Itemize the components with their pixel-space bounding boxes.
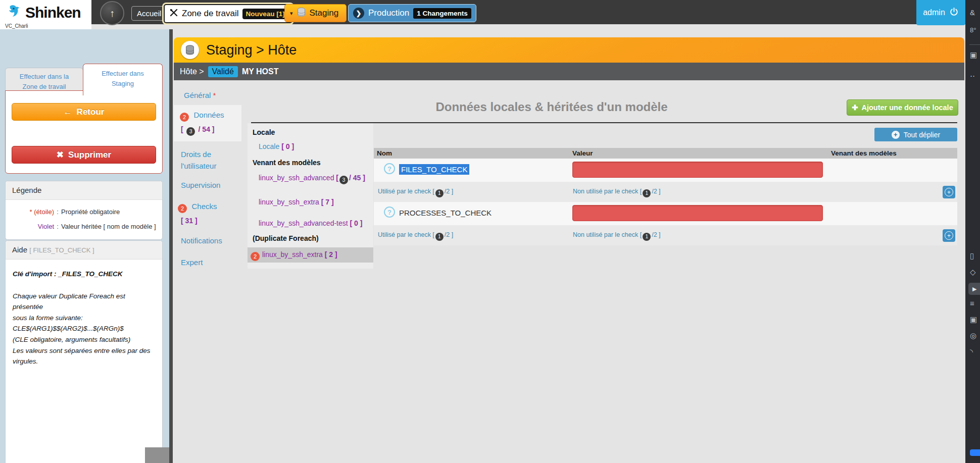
nav-checks-label: Checks <box>191 202 217 211</box>
count-bracket: [ <box>181 125 183 133</box>
more-icon[interactable]: ‥ <box>970 70 975 79</box>
up-arrow-icon: ↑ <box>110 8 115 19</box>
subnav-item-linux-by-ssh-advanced[interactable]: linux_by_ssh_advanced [3/ 45 ] <box>259 174 365 184</box>
subnav-header-locale: Locale <box>253 128 275 136</box>
tab-effectuer-staging[interactable]: Effectuer dans Staging <box>83 64 163 95</box>
model-label: linux_by_ssh_advanced-test <box>259 219 348 227</box>
nav-general-label: Général <box>184 91 211 99</box>
topbar: ↑ Accueil Zone de travail Nouveau [1] ▾ … <box>0 0 980 24</box>
staging-button[interactable]: ▾ Staging <box>284 4 347 22</box>
value-input[interactable] <box>572 205 823 221</box>
checks-count: [ 31 ] <box>181 217 217 225</box>
subnav-header-duplicate-foreach: (Duplicate Foreach) <box>253 234 319 242</box>
nav-item-supervision[interactable]: Supervision <box>181 181 220 189</box>
subnav-item-locale[interactable]: Locale [ 0 ] <box>259 142 294 150</box>
graph-icon[interactable]: 8° <box>970 26 976 34</box>
page-title: Staging > Hôte <box>206 42 297 58</box>
expand-all-button[interactable]: + Tout déplier <box>874 128 957 141</box>
legend-separator: : <box>54 223 61 230</box>
production-button[interactable]: ❯ Production 1 Changements <box>348 4 476 22</box>
hexagon-icon[interactable]: ◇ <box>970 268 976 277</box>
help-line: Les valeurs sont séparées entre elles pa… <box>13 345 155 356</box>
data-key-name[interactable]: PROCESSES_TO_CHECK <box>399 209 492 217</box>
add-model-value-button[interactable]: + <box>943 229 955 242</box>
help-question-icon[interactable]: ? <box>384 207 395 218</box>
data-source-subnav: Locale Locale [ 0 ] Venant des modèles l… <box>248 123 373 269</box>
help-panel: Aide [ FILES_TO_CHECK ] Clé d'import : _… <box>5 240 163 463</box>
legend-item-inherited: Violet : Valeur héritée [ nom de modèle … <box>6 223 158 230</box>
required-star: * <box>213 91 216 99</box>
error-count-badge: 2 <box>251 252 260 261</box>
add-local-data-button[interactable]: ✚ Ajouter une donnée locale <box>847 99 958 116</box>
grid-icon[interactable]: ▣ <box>970 50 977 60</box>
not-used-by-check-link[interactable]: Non utilisé par le check [1/2 ] <box>573 188 661 197</box>
legend-star-desc: Propriété obligatoire <box>61 208 158 216</box>
nav-donnees-label: Données <box>193 111 224 119</box>
help-text: Clé d'import : _FILES_TO_CHECK Chaque va… <box>6 260 162 376</box>
subnav-item-linux-by-ssh-extra[interactable]: linux_by_ssh_extra [ 7 ] <box>259 198 334 206</box>
breadcrumb-host-name: MY HOST <box>242 67 279 76</box>
home-button-label: Accueil <box>137 9 161 18</box>
data-key-name[interactable]: FILES_TO_CHECK <box>399 164 469 175</box>
expand-button-label: Tout déplier <box>904 131 940 139</box>
left-arrow-icon: ← <box>64 107 72 117</box>
value-input[interactable] <box>572 162 823 178</box>
workzone-button[interactable]: Zone de travail Nouveau [1] <box>164 4 292 23</box>
breadcrumb: Hôte > Validé MY HOST <box>174 63 964 80</box>
admin-user-button[interactable]: admin <box>916 0 965 25</box>
scrollbar-corner <box>145 447 169 463</box>
subnav-item-linux-by-ssh-advanced-test[interactable]: linux_by_ssh_advanced-test [ 0 ] <box>259 219 362 227</box>
menu-icon[interactable]: ≡ <box>970 299 974 307</box>
error-count-badge: 2 <box>180 113 189 122</box>
home-button[interactable]: Accueil <box>131 6 167 21</box>
staging-button-label: Staging <box>310 8 339 18</box>
back-button[interactable]: ← Retour <box>12 103 156 121</box>
used-by-check-link[interactable]: Utilisé par le check [1/2 ] <box>378 231 453 241</box>
alert-icon[interactable]: ◎ <box>970 331 976 340</box>
help-line: CLE$(ARG1)$$(ARG2)$...$(ARGn)$ <box>13 323 155 334</box>
play-icon[interactable]: ▶ <box>968 283 980 295</box>
admin-label: admin <box>923 8 945 17</box>
model-label: linux_by_ssh_extra <box>259 198 319 206</box>
scroll-top-button[interactable]: ↑ <box>100 1 124 25</box>
add-model-value-button[interactable]: + <box>943 186 955 198</box>
table-row-details: Utilisé par le check [1/2 ] Non utilisé … <box>374 225 957 245</box>
nav-item-general[interactable]: Général * <box>184 91 216 100</box>
help-line: virgules. <box>13 356 155 367</box>
page-header: Staging > Hôte <box>174 37 964 63</box>
column-header-modeles: Venant des modèles <box>831 149 897 157</box>
right-tool-strip: & 8° ▣ ‥ ▯ ◇ ▶ ≡ ▣ ◎ ◝ <box>965 0 980 463</box>
nav-item-donnees[interactable]: 2 Données [ 3 / 54 ] <box>174 105 241 141</box>
key-icon[interactable]: ◝ <box>970 347 973 356</box>
subnav-item-duplicate-linux-by-ssh-extra[interactable]: 2linux_by_ssh_extra [ 2 ] <box>248 247 373 263</box>
model-label: linux_by_ssh_advanced <box>259 174 334 182</box>
table-row-details: Utilisé par le check [1/2 ] Non utilisé … <box>374 182 957 202</box>
help-title: Aide <box>12 245 27 254</box>
model-count: [ 0 ] <box>350 219 363 227</box>
nav-item-expert[interactable]: Expert <box>181 258 203 267</box>
count-bracket: [ <box>336 174 338 182</box>
check-count-total: /2 ] <box>445 188 453 195</box>
error-count-badge: 2 <box>178 204 187 213</box>
nav-item-droits[interactable]: Droits de l'utilisateur <box>181 148 237 172</box>
locale-count: [ 0 ] <box>281 142 294 150</box>
nav-item-notifications[interactable]: Notifications <box>181 236 222 245</box>
nav-item-checks[interactable]: 2 Checks [ 31 ] <box>178 202 217 225</box>
inherited-count-badge: 3 <box>186 127 195 136</box>
used-by-check-text: Utilisé par le check [ <box>378 231 434 238</box>
tab-staging-line1: Effectuer dans <box>83 69 162 79</box>
used-by-check-link[interactable]: Utilisé par le check [1/2 ] <box>378 188 453 197</box>
legend-violet-desc: Valeur héritée [ nom de modèle ] <box>61 223 158 230</box>
main-content: Staging > Hôte Hôte > Validé MY HOST Gén… <box>173 29 965 463</box>
help-question-icon[interactable]: ? <box>384 163 395 174</box>
wrench-icon <box>170 9 178 19</box>
trash-icon[interactable]: ▯ <box>970 251 974 261</box>
count-total: / 54 ] <box>199 125 215 133</box>
caret-down-icon: ▾ <box>290 10 293 17</box>
strip-bottom-accent <box>970 449 980 456</box>
not-used-by-check-link[interactable]: Non utilisé par le check [1/2 ] <box>573 231 661 241</box>
database-icon <box>181 41 199 59</box>
delete-button[interactable]: ✖ Supprimer <box>12 146 156 164</box>
share-icon[interactable]: & <box>970 8 975 17</box>
console-icon[interactable]: ▣ <box>970 315 977 324</box>
